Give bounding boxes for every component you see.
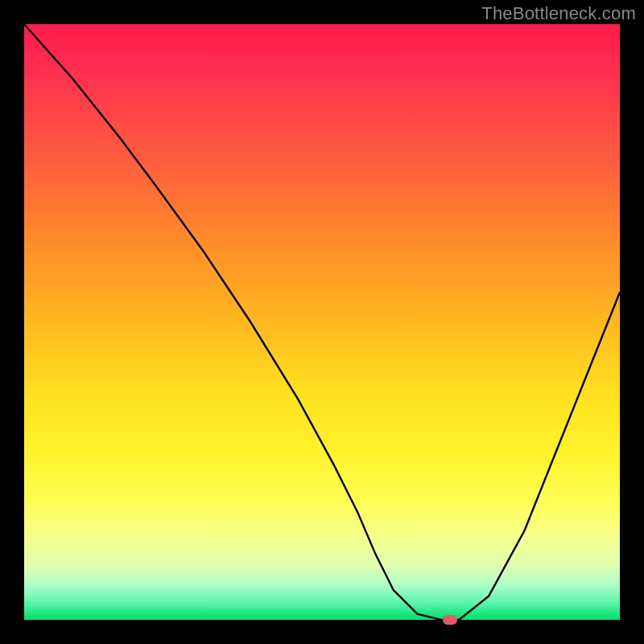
curve-svg [24,24,620,620]
bottleneck-curve [24,24,620,620]
chart-container: TheBottleneck.com [0,0,644,644]
optimal-marker [443,615,457,625]
plot-area [24,24,620,620]
watermark-text: TheBottleneck.com [481,3,636,24]
